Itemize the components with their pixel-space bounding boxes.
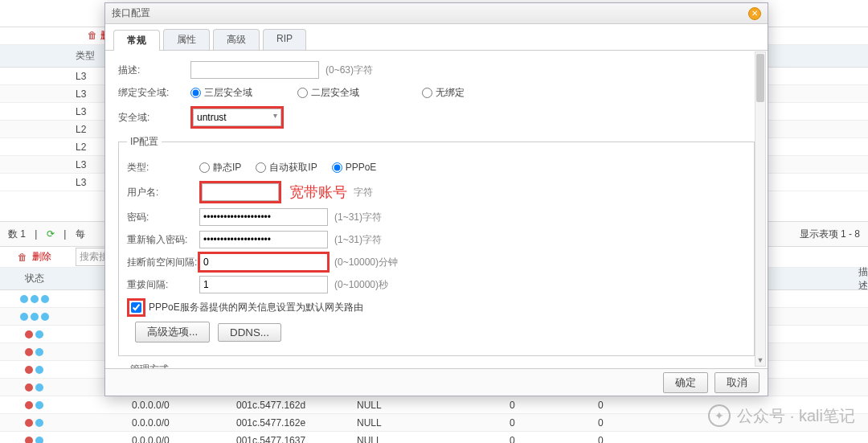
tab-advanced[interactable]: 高级	[213, 29, 260, 50]
status-cell	[0, 330, 69, 338]
status-cell	[0, 419, 69, 427]
null-cell: NULL	[350, 435, 503, 444]
status-cell	[0, 366, 69, 374]
default-gw-checkbox[interactable]: PPPoE服务器提供的网关信息设置为默认网关路由	[127, 298, 363, 317]
pwd2-hint: (1~31)字符	[334, 233, 382, 247]
delete-link-2[interactable]: 删除	[32, 250, 51, 264]
pwd-hint: (1~31)字符	[334, 211, 382, 224]
per-label: 每	[76, 228, 85, 240]
ip-cell: 0.0.0.0/0	[125, 417, 230, 429]
scrollbar[interactable]: ▲ ▼	[755, 51, 766, 367]
zero-cell: 0	[503, 400, 592, 411]
idle-input[interactable]	[199, 253, 328, 271]
radio-nozone[interactable]: 无绑定	[422, 86, 465, 100]
refresh-icon[interactable]: ⟳	[47, 228, 55, 240]
scroll-down-icon[interactable]: ▼	[755, 355, 765, 366]
tab-body: 描述: (0~63)字符 绑定安全域: 三层安全域 二层安全域 无绑定 安全域:…	[105, 50, 768, 368]
type-cell: L2	[69, 124, 101, 135]
status-cell	[0, 401, 69, 409]
advanced-options-button[interactable]: 高级选项...	[135, 322, 210, 343]
radio-pppoe[interactable]: PPPoE	[332, 162, 377, 173]
type-cell: L3	[69, 71, 101, 82]
type-cell: L3	[69, 88, 101, 100]
radio-l3zone[interactable]: 三层安全域	[190, 86, 252, 100]
bindzone-label: 绑定安全域:	[118, 86, 190, 100]
trash-icon: 🗑	[88, 30, 97, 41]
interface-config-dialog: 接口配置 ✕ 常规 属性 高级 RIP 描述: (0~63)字符 绑定安全域: …	[104, 2, 768, 396]
pwd-label: 密码:	[127, 211, 199, 224]
username-input[interactable]	[202, 183, 279, 201]
count-label: 数 1	[8, 228, 26, 240]
status-cell	[0, 295, 69, 303]
col-desc: 描述	[852, 265, 868, 293]
password-input[interactable]	[199, 208, 328, 226]
mgmt-legend: 管理方式	[127, 363, 172, 368]
type-cell: L3	[69, 106, 101, 117]
status-cell	[0, 348, 69, 356]
redial-input[interactable]	[199, 276, 328, 293]
redial-label: 重拨间隔:	[127, 278, 199, 292]
zero-cell: 0	[592, 417, 680, 429]
mac-cell: 001c.5477.162e	[230, 417, 350, 429]
status-cell	[0, 384, 69, 392]
radio-dhcp[interactable]: 自动获取IP	[256, 161, 317, 174]
mgmt-fieldset: 管理方式 TelnetSSHPingHTTPHTTPSSNMP	[118, 363, 755, 368]
close-icon[interactable]: ✕	[748, 7, 761, 20]
zone-select[interactable]: untrust	[193, 109, 281, 126]
iptype-label: 类型:	[127, 161, 199, 174]
pwd2-label: 重新输入密码:	[127, 233, 199, 247]
mac-cell: 001c.5477.1637	[230, 435, 350, 444]
dialog-titlebar[interactable]: 接口配置 ✕	[105, 3, 768, 24]
user-label: 用户名:	[127, 186, 199, 199]
trash-icon: 🗑	[18, 252, 27, 263]
annotation-text: 宽带账号	[289, 183, 347, 202]
scroll-thumb[interactable]	[756, 54, 764, 102]
desc-label: 描述:	[118, 64, 190, 77]
dialog-footer: 确定 取消	[105, 368, 768, 396]
dialog-title: 接口配置	[112, 6, 150, 20]
ip-cell: 0.0.0.0/0	[125, 435, 230, 444]
desc-hint: (0~63)字符	[326, 64, 373, 77]
ddns-button[interactable]: DDNS...	[218, 323, 281, 342]
null-cell: NULL	[350, 400, 503, 411]
zone-label: 安全域:	[118, 111, 190, 125]
user-hint: 字符	[354, 186, 373, 199]
zero-cell: 0	[503, 435, 592, 444]
zero-cell: 0	[503, 417, 592, 429]
ok-button[interactable]: 确定	[663, 372, 708, 393]
type-cell: L2	[69, 142, 101, 153]
cancel-button[interactable]: 取消	[714, 372, 760, 393]
zero-cell: 0	[592, 435, 680, 444]
status-cell	[0, 313, 69, 321]
radio-l2zone[interactable]: 二层安全域	[297, 86, 359, 100]
password-confirm-input[interactable]	[199, 231, 328, 248]
null-cell: NULL	[350, 417, 503, 429]
col-type: 类型	[69, 49, 101, 63]
radio-static[interactable]: 静态IP	[199, 161, 241, 174]
idle-label: 挂断前空闲间隔:	[127, 256, 199, 269]
tab-general[interactable]: 常规	[113, 30, 160, 51]
col-status: 状态	[0, 272, 69, 285]
ip-cell: 0.0.0.0/0	[125, 400, 230, 411]
type-cell: L3	[69, 177, 101, 188]
ip-legend: IP配置	[127, 135, 162, 149]
tab-rip[interactable]: RIP	[263, 29, 306, 50]
idle-hint: (0~10000)分钟	[334, 256, 398, 269]
mac-cell: 001c.5477.162d	[230, 400, 350, 411]
status-cell	[0, 437, 69, 444]
tab-properties[interactable]: 属性	[163, 29, 210, 50]
tab-strip: 常规 属性 高级 RIP	[105, 24, 768, 51]
ip-config-fieldset: IP配置 类型: 静态IP 自动获取IP PPPoE 用户名: 宽带账号 字符 …	[118, 135, 755, 356]
redial-hint: (0~10000)秒	[334, 278, 388, 292]
desc-input[interactable]	[190, 61, 319, 79]
type-cell: L3	[69, 159, 101, 170]
zero-cell: 0	[592, 400, 680, 411]
footer-right: 显示表项 1 - 8	[800, 228, 860, 241]
